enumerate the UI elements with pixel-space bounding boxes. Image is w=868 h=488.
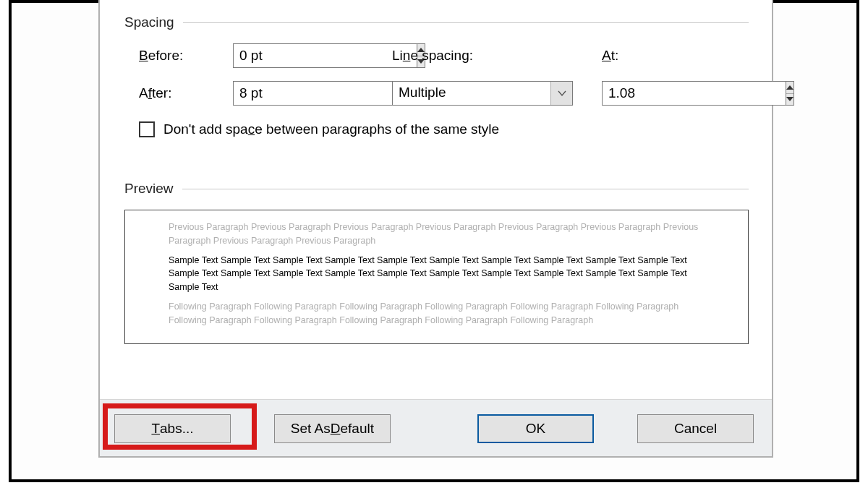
line-spacing-dropdown-button[interactable] — [550, 82, 572, 105]
dialog-content: Spacing Before: Line spacing: At: — [100, 0, 772, 399]
preview-box: Previous Paragraph Previous Paragraph Pr… — [124, 210, 749, 344]
spacing-header-row: Spacing — [124, 14, 749, 30]
at-spinner[interactable] — [602, 81, 685, 106]
same-style-checkbox-row: Don't add space between paragraphs of th… — [124, 121, 749, 137]
preview-divider — [182, 189, 749, 189]
at-label: At: — [602, 48, 696, 64]
set-default-button[interactable]: Set As Default — [274, 414, 391, 443]
at-spinner-buttons — [786, 81, 794, 106]
ok-button[interactable]: OK — [477, 414, 594, 443]
preview-previous-text: Previous Paragraph Previous Paragraph Pr… — [169, 221, 705, 248]
line-spacing-value: Multiple — [393, 82, 550, 105]
at-input[interactable] — [602, 81, 786, 106]
preview-header-row: Preview — [124, 181, 749, 197]
triangle-down-icon — [786, 97, 793, 101]
before-label: Before: — [139, 48, 233, 64]
preview-section: Preview Previous Paragraph Previous Para… — [124, 181, 749, 344]
same-style-checkbox-label: Don't add space between paragraphs of th… — [163, 121, 499, 137]
chevron-down-icon — [558, 89, 566, 98]
after-spinner[interactable] — [233, 81, 327, 106]
preview-section-label: Preview — [124, 181, 182, 197]
spacing-section-label: Spacing — [124, 14, 183, 30]
line-spacing-dropdown[interactable]: Multiple — [392, 81, 573, 106]
at-increment-button[interactable] — [786, 82, 793, 94]
triangle-up-icon — [786, 85, 793, 90]
spacing-grid: Before: Line spacing: At: After: — [124, 43, 749, 106]
line-spacing-label: Line spacing: — [392, 48, 573, 64]
preview-sample-text: Sample Text Sample Text Sample Text Samp… — [169, 254, 705, 294]
after-label: After: — [139, 85, 233, 101]
paragraph-dialog: Spacing Before: Line spacing: At: — [98, 0, 773, 458]
cancel-button[interactable]: Cancel — [637, 414, 754, 443]
before-spinner[interactable] — [233, 43, 327, 68]
before-input[interactable] — [233, 43, 417, 68]
tabs-button[interactable]: Tabs... — [114, 414, 231, 443]
at-decrement-button[interactable] — [786, 94, 793, 106]
preview-following-text: Following Paragraph Following Paragraph … — [169, 300, 705, 328]
after-input[interactable] — [233, 81, 417, 106]
same-style-checkbox[interactable] — [139, 121, 155, 137]
button-bar: Tabs... Set As Default OK Cancel — [100, 399, 772, 456]
spacing-divider — [183, 22, 749, 23]
outer-frame: Spacing Before: Line spacing: At: — [9, 0, 859, 482]
